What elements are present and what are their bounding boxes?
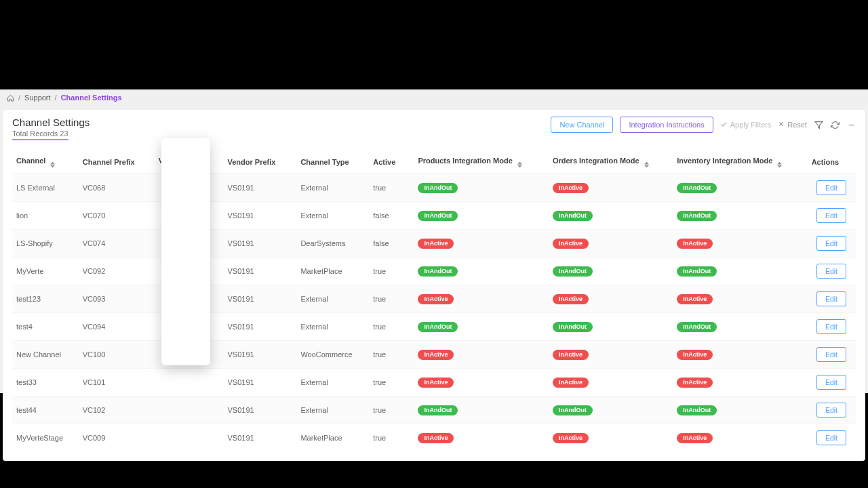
app-viewport: / Support / Channel Settings Channel Set…	[0, 89, 868, 393]
col-orders-mode-label: Orders Integration Mode	[553, 157, 639, 165]
cell-inventory-mode: InAndOut	[673, 396, 808, 424]
edit-button[interactable]: Edit	[816, 319, 846, 334]
card-header: Channel Settings Total Records 23 New Ch…	[12, 117, 856, 140]
status-badge-inandout: InAndOut	[418, 405, 458, 415]
reset-label: Reset	[787, 121, 807, 129]
cell-inventory-mode: InActive	[673, 230, 808, 258]
status-badge-inandout: InAndOut	[677, 183, 717, 193]
cell-channel-type: External	[296, 174, 369, 202]
filter-icon[interactable]	[814, 120, 823, 129]
cell-products-mode: InActive	[414, 285, 549, 313]
status-badge-inandout: InAndOut	[553, 322, 593, 332]
status-badge-inandout: InAndOut	[677, 211, 717, 221]
edit-button[interactable]: Edit	[816, 291, 846, 306]
cell-inventory-mode: InActive	[673, 424, 808, 452]
cell-active: true	[369, 369, 414, 396]
cell-channel: test44	[12, 396, 79, 424]
cell-actions: Edit	[808, 369, 856, 396]
col-orders-mode[interactable]: Orders Integration Mode	[549, 150, 673, 174]
check-icon	[720, 121, 728, 129]
cell-channel-prefix: VC100	[79, 341, 155, 369]
new-channel-button[interactable]: New Channel	[551, 117, 613, 133]
status-badge-inandout: InAndOut	[418, 183, 458, 193]
cell-vendor-prefix: VS0191	[223, 230, 296, 258]
apply-filters-button[interactable]: Apply Filters	[720, 121, 772, 129]
col-channel-label: Channel	[16, 157, 45, 165]
status-badge-inandout: InAndOut	[418, 211, 458, 221]
status-badge-inactive: InActive	[553, 378, 589, 388]
status-badge-inandout: InAndOut	[677, 266, 717, 277]
table-header-row: Channel Channel Prefix Vendor	[12, 150, 856, 174]
cell-actions: Edit	[808, 174, 856, 202]
col-channel[interactable]: Channel	[12, 150, 79, 174]
col-active[interactable]: Active	[369, 150, 414, 174]
breadcrumb-separator: /	[18, 94, 20, 102]
col-vendor-prefix[interactable]: Vendor Prefix	[223, 150, 296, 174]
col-channel-type[interactable]: Channel Type	[296, 150, 369, 174]
cell-vendor	[155, 396, 224, 424]
table-row: test44VC102VS0191ExternaltrueInAndOutInA…	[12, 396, 856, 424]
cell-channel: test4	[12, 313, 79, 341]
cell-actions: Edit	[808, 396, 856, 424]
integration-instructions-button[interactable]: Integration Instructions	[620, 117, 713, 133]
cell-orders-mode: InActive	[549, 174, 673, 202]
status-badge-inactive: InActive	[677, 350, 713, 360]
cell-channel-prefix: VC074	[79, 230, 155, 258]
cell-channel-type: External	[296, 285, 369, 313]
table-row: test123VC093VS0191ExternaltrueInActiveIn…	[12, 285, 856, 313]
cell-channel: test33	[12, 369, 79, 396]
edit-button[interactable]: Edit	[816, 430, 846, 445]
edit-button[interactable]: Edit	[816, 375, 846, 390]
col-products-mode[interactable]: Products Integration Mode	[414, 150, 549, 174]
table-row: LS ExternalVC068VS0191ExternaltrueInAndO…	[12, 174, 856, 202]
toolbar: New Channel Integration Instructions App…	[551, 117, 856, 133]
edit-button[interactable]: Edit	[816, 208, 846, 223]
edit-button[interactable]: Edit	[816, 403, 846, 418]
cell-active: true	[369, 285, 414, 313]
edit-button[interactable]: Edit	[816, 180, 846, 195]
cell-products-mode: InActive	[414, 369, 549, 396]
cell-inventory-mode: InActive	[673, 369, 808, 396]
cell-orders-mode: InActive	[549, 285, 673, 313]
cell-active: false	[369, 202, 414, 230]
edit-button[interactable]: Edit	[816, 264, 846, 279]
home-icon[interactable]	[7, 94, 14, 102]
cell-actions: Edit	[808, 285, 856, 313]
cell-inventory-mode: InAndOut	[673, 174, 808, 202]
table-row: New ChannelVC100VS0191WooCommercetrueInA…	[12, 341, 856, 369]
edit-button[interactable]: Edit	[816, 236, 846, 251]
sort-icon	[50, 161, 55, 168]
apply-filters-label: Apply Filters	[730, 121, 772, 129]
col-inventory-mode[interactable]: Inventory Integration Mode	[673, 150, 808, 174]
cell-vendor-prefix: VS0191	[223, 202, 296, 230]
svg-marker-5	[50, 165, 55, 167]
minimize-icon[interactable]	[846, 120, 856, 129]
table-row: test33VC101VS0191ExternaltrueInActiveInA…	[12, 369, 856, 396]
status-badge-inactive: InActive	[677, 433, 713, 443]
cell-channel: test123	[12, 285, 79, 313]
cell-products-mode: InActive	[414, 424, 549, 452]
breadcrumb-separator: /	[55, 94, 57, 102]
cell-orders-mode: InActive	[549, 424, 673, 452]
table-row: lionVC070VS0191ExternalfalseInAndOutInAn…	[12, 202, 856, 230]
cell-channel: lion	[12, 202, 79, 230]
cell-vendor-prefix: VS0191	[223, 396, 296, 424]
col-channel-prefix[interactable]: Channel Prefix	[79, 150, 155, 174]
breadcrumb-support[interactable]: Support	[24, 94, 51, 102]
cell-channel: MyVerte	[12, 258, 79, 285]
edit-button[interactable]: Edit	[816, 347, 846, 362]
vendor-filter-dropdown[interactable]	[161, 138, 210, 365]
status-badge-inandout: InAndOut	[677, 405, 717, 415]
cell-channel-type: MarketPlace	[296, 258, 369, 285]
cell-vendor-prefix: VS0191	[223, 369, 296, 396]
svg-marker-12	[777, 161, 782, 164]
status-badge-inandout: InAndOut	[553, 211, 593, 221]
cell-actions: Edit	[808, 424, 856, 452]
status-badge-inactive: InActive	[677, 378, 713, 388]
reset-button[interactable]: Reset	[778, 121, 807, 129]
cell-vendor	[155, 369, 224, 396]
status-badge-inactive: InActive	[418, 378, 454, 388]
refresh-icon[interactable]	[830, 120, 840, 129]
cell-channel: LS-Shopify	[12, 230, 79, 258]
channels-table: Channel Channel Prefix Vendor	[12, 150, 856, 451]
